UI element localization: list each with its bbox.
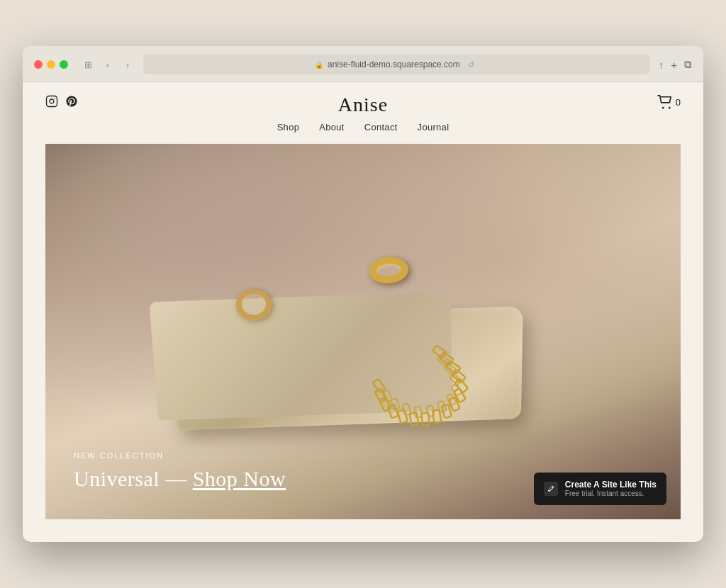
cart-icon xyxy=(657,95,673,109)
collection-title: Universal — Shop Now xyxy=(74,467,286,491)
squarespace-badge[interactable]: Create A Site Like This Free trial. Inst… xyxy=(534,473,666,505)
browser-window: ⊞ ‹ › 🔒 anise-fluid-demo.squarespace.com… xyxy=(23,46,703,542)
url-text: anise-fluid-demo.squarespace.com xyxy=(328,60,460,69)
close-button[interactable] xyxy=(34,60,43,69)
minimize-button[interactable] xyxy=(47,60,55,69)
hero-text-block: NEW COLLECTION Universal — Shop Now xyxy=(74,451,286,491)
new-tab-icon[interactable]: + xyxy=(671,59,677,71)
social-icons xyxy=(45,95,78,108)
forward-button[interactable]: › xyxy=(121,57,135,72)
share-icon[interactable]: ↑ xyxy=(659,59,664,71)
svg-rect-0 xyxy=(47,96,57,107)
svg-point-1 xyxy=(50,99,54,103)
refresh-icon[interactable]: ↺ xyxy=(464,57,479,72)
cart-count: 0 xyxy=(676,97,681,108)
instagram-icon[interactable] xyxy=(45,95,58,108)
nav-shop[interactable]: Shop xyxy=(277,122,300,132)
svg-rect-16 xyxy=(398,409,408,423)
svg-rect-23 xyxy=(450,373,462,385)
site-nav: Shop About Contact Journal xyxy=(277,122,449,132)
svg-rect-29 xyxy=(403,403,411,414)
address-bar[interactable]: 🔒 anise-fluid-demo.squarespace.com ↺ xyxy=(143,55,650,74)
badge-sub-text: Free trial. Instant access. xyxy=(565,490,657,498)
back-button[interactable]: ‹ xyxy=(101,57,115,72)
badge-main-text: Create A Site Like This xyxy=(565,480,657,490)
site-header: Anise Shop About Contact Journal 0 xyxy=(23,82,703,144)
view-icon[interactable]: ⊞ xyxy=(81,57,95,72)
squarespace-logo xyxy=(544,482,558,496)
hero-image: NEW COLLECTION Universal — Shop Now Crea… xyxy=(45,144,681,519)
title-prefix: Universal — xyxy=(74,467,193,490)
cart-button[interactable]: 0 xyxy=(657,95,681,109)
website-content: Anise Shop About Contact Journal 0 xyxy=(23,82,703,519)
svg-point-2 xyxy=(54,98,55,99)
chain-jewelry xyxy=(299,339,585,471)
hero-section: NEW COLLECTION Universal — Shop Now Crea… xyxy=(45,144,681,519)
svg-rect-27 xyxy=(427,405,435,417)
collection-label: NEW COLLECTION xyxy=(74,451,286,460)
browser-nav: ⊞ ‹ › xyxy=(81,57,135,72)
traffic-lights xyxy=(34,60,68,69)
svg-rect-20 xyxy=(373,378,386,392)
svg-point-4 xyxy=(669,107,671,109)
tabs-icon[interactable]: ⧉ xyxy=(684,58,692,71)
svg-point-3 xyxy=(662,107,664,109)
nav-journal[interactable]: Journal xyxy=(418,122,449,132)
maximize-button[interactable] xyxy=(60,60,68,69)
shop-now-link[interactable]: Shop Now xyxy=(193,467,286,490)
site-title: Anise xyxy=(338,94,388,116)
svg-rect-28 xyxy=(415,406,422,417)
browser-actions: ↑ + ⧉ xyxy=(659,58,692,71)
nav-contact[interactable]: Contact xyxy=(364,122,398,132)
svg-rect-15 xyxy=(410,412,419,426)
nav-about[interactable]: About xyxy=(319,122,344,132)
pinterest-icon[interactable] xyxy=(65,95,78,108)
browser-chrome: ⊞ ‹ › 🔒 anise-fluid-demo.squarespace.com… xyxy=(23,46,703,82)
badge-text: Create A Site Like This Free trial. Inst… xyxy=(565,480,657,498)
lock-icon: 🔒 xyxy=(315,61,323,69)
